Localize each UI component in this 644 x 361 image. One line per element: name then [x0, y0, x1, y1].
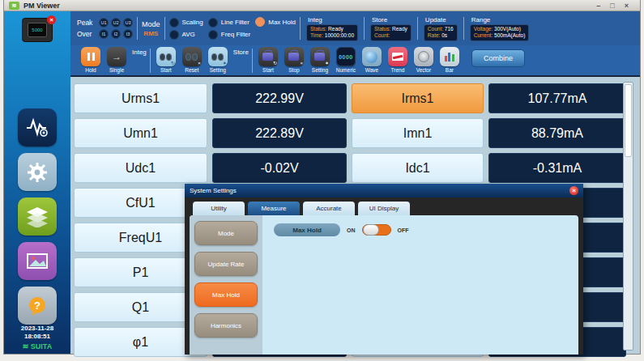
integ-start-icon: ↻: [156, 47, 176, 66]
numeric-view-button[interactable]: 0000 Numeric: [334, 47, 358, 73]
max-hold-setting-label: Max Hold: [274, 223, 340, 236]
hold-button[interactable]: Hold: [79, 47, 103, 73]
single-button[interactable]: → Single: [104, 47, 129, 73]
tab-measure[interactable]: Measure: [248, 202, 300, 215]
scrollbar-thumb[interactable]: [625, 84, 632, 157]
vertical-scrollbar[interactable]: [623, 82, 633, 350]
sidebar: 5000 ×: [4, 11, 70, 354]
wave-view-button[interactable]: Wave: [360, 47, 384, 73]
dialog-close-button[interactable]: ×: [569, 186, 578, 195]
store-status-section: Store Status: Ready Count:: [370, 16, 412, 41]
max-hold-toggle[interactable]: [362, 224, 391, 236]
freq-filter-radio-icon: [208, 30, 218, 40]
store-setting-button[interactable]: ✶ Setting: [308, 47, 332, 73]
toggle-freq-filter[interactable]: Freq Filter: [208, 30, 250, 40]
table-row: Urms1 222.99V Irms1 107.77mA: [74, 83, 640, 113]
action-toolbar: Hold → Single Integ ↻ Start × Reset ✶ Se…: [70, 45, 640, 77]
toggle-max-hold[interactable]: Max Hold: [255, 17, 296, 27]
device-screen-icon: 5000: [28, 23, 47, 37]
vector-view-button[interactable]: Vector: [412, 47, 436, 73]
measure-label-udc1[interactable]: Udc1: [74, 153, 207, 183]
menu-item-update-rate[interactable]: Update Rate: [194, 252, 258, 276]
range-status-box: Voltage: 300V(Auto) Current: 500mA(Auto): [470, 24, 530, 41]
sidebar-item-display[interactable]: [18, 242, 57, 280]
measure-value-imn1: 88.79mA: [488, 118, 626, 148]
status-time: 18:08:51: [21, 333, 53, 341]
trend-view-button[interactable]: Trend: [386, 47, 410, 73]
peak-label: Peak: [77, 19, 96, 27]
status-date: 2023-11-28: [21, 325, 53, 333]
measure-label-umn1[interactable]: Umn1: [74, 118, 207, 148]
integ-setting-gear-icon: ✶: [208, 47, 228, 66]
store-stop-button[interactable]: × Stop: [282, 47, 306, 73]
arrow-right-icon: →: [107, 47, 126, 66]
minimize-button[interactable]: –: [596, 2, 600, 10]
combine-button[interactable]: Combine: [471, 49, 525, 67]
device-connection-button[interactable]: 5000 ×: [22, 18, 53, 42]
max-hold-radio-icon: [255, 17, 265, 27]
menu-item-max-hold[interactable]: Max Hold: [194, 282, 258, 307]
system-settings-dialog: System Settings × Utility Measure Accura…: [185, 184, 583, 355]
table-row: Umn1 222.89V Imn1 88.79mA: [74, 118, 640, 148]
dialog-menu: Mode Update Rate Max Hold Harmonics: [190, 215, 262, 355]
measure-value-irms1: 107.77mA: [488, 83, 626, 113]
sidebar-item-settings[interactable]: [18, 153, 57, 191]
window-title: PM Viewer: [23, 2, 60, 10]
measure-value-idc1: -0.31mA: [488, 153, 626, 183]
toggle-scaling[interactable]: Scaling: [169, 18, 203, 28]
dialog-body: Max Hold ON OFF: [262, 215, 578, 355]
store-section-title: Store: [372, 16, 387, 23]
off-label: OFF: [398, 227, 409, 233]
store-start-icon: ↻: [258, 47, 278, 66]
vector-dial-icon: [414, 47, 433, 66]
measure-label-irms1[interactable]: Irms1: [352, 83, 484, 113]
dialog-titlebar: System Settings ×: [185, 184, 583, 197]
dialog-content: Mode Update Rate Max Hold Harmonics Max …: [190, 215, 578, 355]
on-label: ON: [347, 227, 356, 233]
sidebar-item-help[interactable]: ?: [18, 287, 57, 325]
tab-ui-display[interactable]: UI Display: [358, 202, 410, 215]
integ-status-section: Integ Status: Ready Time: 10000:00:00: [306, 16, 358, 41]
trend-chart-icon: [388, 47, 407, 66]
bar-view-button[interactable]: Bar: [437, 47, 462, 73]
image-icon: [25, 251, 49, 272]
maximize-button[interactable]: □: [610, 2, 614, 10]
avg-radio-icon: [169, 30, 179, 40]
integ-reset-icon: ×: [182, 47, 202, 66]
mode-value: RMS: [143, 30, 158, 37]
scaling-radio-icon: [169, 18, 179, 28]
measure-value-umn1: 222.89V: [212, 118, 347, 148]
mode-block: Mode RMS: [142, 20, 160, 37]
toggle-line-filter[interactable]: Line Filter: [208, 18, 250, 28]
tab-accurate[interactable]: Accurate: [303, 202, 355, 215]
tab-utility[interactable]: Utility: [193, 202, 245, 215]
sidebar-item-layers[interactable]: [18, 197, 57, 236]
disconnect-badge-icon: ×: [47, 15, 56, 24]
integ-start-button[interactable]: ↻ Start: [154, 47, 178, 73]
store-stop-icon: ×: [284, 47, 304, 66]
window-titlebar: ≋ PM Viewer – □ ×: [4, 0, 640, 11]
svg-text:?: ?: [34, 299, 41, 312]
integ-reset-button[interactable]: × Reset: [180, 47, 204, 73]
range-status-section: Range Voltage: 300V(Auto) Current: 500mA…: [470, 16, 530, 41]
sidebar-item-measurement[interactable]: [18, 108, 57, 147]
measure-value-udc1: -0.02V: [212, 153, 347, 183]
close-button[interactable]: ×: [625, 2, 629, 10]
update-status-section: Update Count: 716 Rate: 0s: [424, 16, 458, 41]
line-filter-radio-icon: [208, 18, 218, 28]
menu-item-harmonics[interactable]: Harmonics: [194, 313, 258, 338]
integ-setting-button[interactable]: ✶ Setting: [206, 47, 230, 73]
measure-label-idc1[interactable]: Idc1: [352, 153, 484, 183]
menu-item-mode[interactable]: Mode: [194, 221, 258, 245]
toggle-avg[interactable]: AVG: [169, 30, 203, 40]
store-group-label: Store: [233, 49, 249, 56]
numeric-icon: 0000: [336, 47, 356, 66]
toggle-knob-icon: [363, 224, 379, 236]
measure-label-imn1[interactable]: Imn1: [352, 118, 484, 148]
dialog-tabs: Utility Measure Accurate UI Display: [185, 197, 583, 215]
measure-value-urms1: 222.99V: [212, 83, 347, 113]
store-status-box: Status: Ready Count:: [370, 24, 412, 41]
measure-label-urms1[interactable]: Urms1: [74, 83, 207, 113]
store-start-button[interactable]: ↻ Start: [256, 47, 280, 73]
mode-label: Mode: [142, 20, 160, 28]
